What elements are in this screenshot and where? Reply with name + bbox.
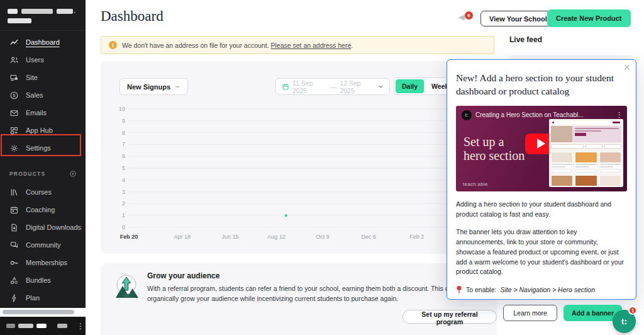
sidebar-footer[interactable]: ⋮ <box>0 317 86 335</box>
chat-widget-button[interactable]: t: 1 <box>613 310 636 333</box>
announcements-badge: 6 <box>465 11 473 20</box>
video-thumbnail-site-preview <box>549 119 623 187</box>
bolt-icon <box>9 293 19 303</box>
sidebar-item-label: Community <box>26 241 61 249</box>
products-section-header: PRODUCTS <box>0 169 86 178</box>
horizontal-scrollbar[interactable] <box>3 310 74 314</box>
svg-text:2: 2 <box>122 200 125 207</box>
warning-suffix: . <box>351 42 353 49</box>
school-switcher[interactable] <box>0 0 86 31</box>
sidebar-item-dashboard[interactable]: Dashboard <box>0 33 86 51</box>
live-feed-title: Live feed <box>509 35 542 44</box>
enable-instructions: To enable: Site > Navigation > Hero sect… <box>456 285 627 294</box>
sidebar-products: CoursesCoachingDigital DownloadsCommunit… <box>0 183 86 307</box>
sidebar-nav: DashboardUsersSite$SalesEmailsApp HubSet… <box>0 33 86 157</box>
svg-text:$: $ <box>13 93 16 98</box>
chat-notification-badge: 1 <box>628 306 637 315</box>
sidebar-item-courses[interactable]: Courses <box>0 183 86 201</box>
teachable-logo-icon: t: <box>462 110 472 120</box>
popup-paragraph-1: Adding a hero section to your student da… <box>456 200 627 220</box>
preview-filter-row <box>551 144 621 150</box>
community-icon <box>9 241 19 250</box>
sidebar-item-settings[interactable]: Settings <box>0 139 86 157</box>
sales-icon: $ <box>9 91 19 100</box>
popup-actions: Learn more Add a banner <box>456 305 627 321</box>
daily-toggle[interactable]: Daily <box>396 79 424 93</box>
sidebar-item-label: Emails <box>26 109 47 116</box>
account-menu-kebab-icon[interactable]: ⋮ <box>74 322 87 330</box>
svg-text:3: 3 <box>122 189 125 195</box>
sidebar-item-label: Site <box>26 74 38 81</box>
announcements-megaphone-icon[interactable]: 6 <box>457 13 467 23</box>
create-new-product-button[interactable]: Create New Product <box>547 9 631 27</box>
sidebar-item-users[interactable]: Users <box>0 51 86 69</box>
svg-text:9: 9 <box>122 118 125 124</box>
video-overlay-line2: hero section <box>464 149 525 162</box>
svg-text:8: 8 <box>122 130 125 136</box>
sidebar-item-sales[interactable]: $Sales <box>0 86 86 104</box>
gear-icon <box>9 144 19 153</box>
grow-audience-body: With a referral program, students can re… <box>147 283 492 304</box>
redacted-school-name <box>57 9 73 14</box>
add-product-icon[interactable] <box>69 170 77 178</box>
grow-audience-card: Grow your audience With a referral progr… <box>101 263 497 335</box>
sidebar-item-bundles[interactable]: Bundles <box>0 271 86 289</box>
svg-text:Jun 15: Jun 15 <box>222 234 239 240</box>
products-label: PRODUCTS <box>9 171 45 177</box>
signups-chart: 012345678910Feb 20Apr 18Jun 15Aug 12Oct … <box>116 98 484 244</box>
warning-icon: ! <box>109 41 117 49</box>
popup-title: New! Add a hero section to your student … <box>456 71 627 98</box>
sidebar-item-digital-downloads[interactable]: Digital Downloads <box>0 219 86 236</box>
sidebar-item-label: Bundles <box>26 276 51 284</box>
teachable-watermark: teach:able <box>463 181 488 187</box>
svg-text:Aug 12: Aug 12 <box>267 234 286 240</box>
pushpin-icon <box>456 285 462 294</box>
close-icon[interactable]: × <box>623 61 630 75</box>
hero-section-video-thumbnail[interactable]: t: Creating a Hero Section on Teachabl..… <box>456 106 627 191</box>
set-address-link[interactable]: Please set an address here <box>270 42 351 49</box>
redacted-school-name <box>8 18 31 23</box>
view-your-school-button[interactable]: View Your School <box>480 11 556 26</box>
date-range-picker[interactable]: 11 Sep 2025 — 12 Sep 2025 <box>275 78 390 95</box>
svg-text:10: 10 <box>119 106 125 112</box>
sidebar-item-plan[interactable]: Plan <box>0 289 86 307</box>
apphub-icon <box>9 126 19 135</box>
sidebar-item-label: Settings <box>26 144 51 152</box>
sidebar-item-label: Dashboard <box>26 38 60 46</box>
video-kebab-icon[interactable]: ⋮ <box>616 111 623 119</box>
sidebar-item-app-hub[interactable]: App Hub <box>0 122 86 139</box>
address-warning-banner: ! We don't have an address on file for y… <box>101 36 494 54</box>
learn-more-button[interactable]: Learn more <box>503 305 557 321</box>
sidebar-item-emails[interactable]: Emails <box>0 104 86 122</box>
sidebar-item-label: Memberships <box>26 259 67 266</box>
sidebar-item-community[interactable]: Community <box>0 236 86 254</box>
svg-text:4: 4 <box>122 177 125 183</box>
svg-text:1: 1 <box>122 212 125 219</box>
redacted-account-name <box>36 324 47 328</box>
svg-text:6: 6 <box>122 153 125 159</box>
metric-dropdown[interactable]: New Signups <box>119 78 188 95</box>
sidebar-item-label: Courses <box>26 188 52 196</box>
chevron-down-icon <box>175 84 180 89</box>
preview-navbar <box>551 121 621 125</box>
courses-icon <box>9 188 19 197</box>
svg-text:Feb 20: Feb 20 <box>120 234 138 240</box>
sidebar-item-coaching[interactable]: Coaching <box>0 201 86 219</box>
sidebar-item-site[interactable]: Site <box>0 69 86 86</box>
signups-chart-card: New Signups 11 Sep 2025 — 12 Sep 2025 Da… <box>101 61 497 254</box>
preview-product-grid <box>551 152 621 187</box>
svg-text:Dec 6: Dec 6 <box>362 234 377 240</box>
sidebar-item-label: Users <box>26 56 44 64</box>
date-range-end: 12 Sep 2025 <box>340 79 375 94</box>
calendar-icon <box>282 83 289 91</box>
referral-illustration-icon <box>111 271 142 303</box>
date-range-start: 11 Sep 2025 <box>292 79 327 94</box>
grow-audience-title: Grow your audience <box>147 271 219 280</box>
redacted-school-name <box>8 9 18 14</box>
sidebar-item-label: Coaching <box>26 206 55 213</box>
chevron-down-icon <box>378 84 384 89</box>
sidebar-item-memberships[interactable]: Memberships <box>0 254 86 271</box>
popup-paragraph-2: The banner lets you draw attention to ke… <box>456 227 627 277</box>
svg-text:Feb 2: Feb 2 <box>409 234 424 240</box>
video-overlay-line1: Set up a <box>464 135 525 149</box>
